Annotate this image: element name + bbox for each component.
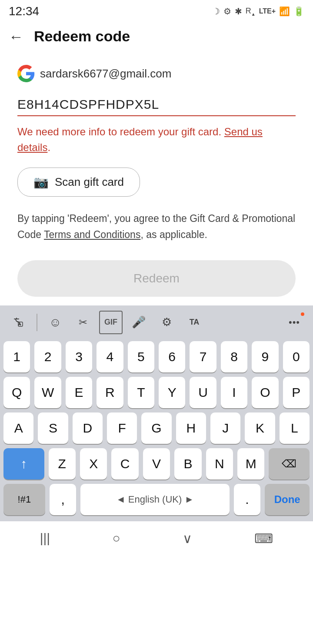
- code-input[interactable]: [17, 94, 296, 116]
- comma-key[interactable]: ,: [50, 484, 77, 515]
- key-y[interactable]: Y: [159, 377, 185, 408]
- account-email: sardarsk6677@gmail.com: [40, 67, 171, 80]
- key-a[interactable]: A: [3, 413, 33, 444]
- key-s[interactable]: S: [38, 413, 68, 444]
- key-g[interactable]: G: [141, 413, 171, 444]
- error-text: We need more info to redeem your gift ca…: [17, 126, 224, 138]
- gear-icon: ⚙: [223, 6, 231, 17]
- key-5[interactable]: 5: [128, 341, 154, 372]
- nav-home-button[interactable]: ○: [103, 527, 129, 549]
- key-q[interactable]: Q: [3, 377, 30, 408]
- account-row: sardarsk6677@gmail.com: [17, 65, 296, 82]
- signal-icon: R▲: [246, 7, 256, 17]
- key-6[interactable]: 6: [159, 341, 185, 372]
- zxcv-row: ↑ Z X C V B N M ⌫: [3, 448, 310, 480]
- scan-gift-card-button[interactable]: 📷 Scan gift card: [17, 168, 140, 197]
- google-logo: [17, 65, 35, 82]
- key-0[interactable]: 0: [283, 341, 310, 372]
- toolbar-divider: [37, 314, 37, 331]
- error-message: We need more info to redeem your gift ca…: [17, 124, 296, 155]
- special-key[interactable]: !#1: [3, 484, 45, 515]
- nav-bar: ||| ○ ∨ ⌨: [0, 521, 313, 557]
- key-n[interactable]: N: [206, 448, 233, 480]
- settings-icon[interactable]: ⚙: [155, 311, 178, 334]
- key-e[interactable]: E: [66, 377, 92, 408]
- key-z[interactable]: Z: [49, 448, 76, 480]
- spacebar-key[interactable]: ◄ English (UK) ►: [80, 484, 229, 515]
- key-m[interactable]: M: [237, 448, 264, 480]
- key-x[interactable]: X: [80, 448, 107, 480]
- key-u[interactable]: U: [190, 377, 216, 408]
- key-1[interactable]: 1: [3, 341, 30, 372]
- backspace-key[interactable]: ⌫: [269, 448, 310, 480]
- keyboard: ☺ ✂ GIF 🎤 ⚙ TA ••• 1 2 3 4 5 6 7 8 9 0 Q…: [0, 305, 313, 521]
- back-button[interactable]: ←: [9, 29, 23, 44]
- keyboard-keys: 1 2 3 4 5 6 7 8 9 0 Q W E R T Y U I O P …: [0, 339, 313, 521]
- redeem-button[interactable]: Redeem: [17, 260, 296, 297]
- status-bar: 12:34 ☽ ⚙ ✱ R▲ LTE+ 📶 🔋: [0, 0, 313, 21]
- header: ← Redeem code: [0, 21, 313, 52]
- code-input-wrapper[interactable]: [17, 94, 296, 116]
- key-3[interactable]: 3: [66, 341, 92, 372]
- more-icon[interactable]: •••: [283, 311, 306, 334]
- lte-icon: LTE+: [259, 7, 276, 15]
- key-c[interactable]: C: [111, 448, 138, 480]
- translate2-icon[interactable]: TA: [183, 311, 206, 334]
- terms-link[interactable]: Terms and Conditions: [44, 229, 140, 240]
- key-b[interactable]: B: [174, 448, 201, 480]
- moon-icon: ☽: [212, 6, 220, 17]
- asdf-row: A S D F G H J K L: [3, 413, 310, 444]
- translate-icon[interactable]: [7, 311, 30, 334]
- bottom-row: !#1 , ◄ English (UK) ► . Done: [3, 484, 310, 515]
- key-4[interactable]: 4: [97, 341, 123, 372]
- qwerty-row: Q W E R T Y U I O P: [3, 377, 310, 408]
- gif-button[interactable]: GIF: [99, 311, 123, 334]
- keyboard-toolbar: ☺ ✂ GIF 🎤 ⚙ TA •••: [0, 305, 313, 339]
- nav-recent-button[interactable]: ∨: [174, 527, 201, 550]
- key-8[interactable]: 8: [221, 341, 247, 372]
- key-o[interactable]: O: [252, 377, 278, 408]
- key-2[interactable]: 2: [34, 341, 61, 372]
- period-key[interactable]: .: [234, 484, 261, 515]
- status-time: 12:34: [9, 4, 39, 18]
- key-w[interactable]: W: [34, 377, 61, 408]
- emoji-icon[interactable]: ☺: [43, 311, 67, 334]
- key-i[interactable]: I: [221, 377, 247, 408]
- key-p[interactable]: P: [283, 377, 310, 408]
- main-content: sardarsk6677@gmail.com We need more info…: [0, 52, 313, 305]
- key-l[interactable]: L: [280, 413, 310, 444]
- shift-key[interactable]: ↑: [3, 448, 44, 480]
- key-k[interactable]: K: [245, 413, 275, 444]
- key-f[interactable]: F: [107, 413, 137, 444]
- terms-after: , as applicable.: [140, 229, 207, 240]
- key-7[interactable]: 7: [190, 341, 216, 372]
- terms-text: By tapping 'Redeem', you agree to the Gi…: [17, 211, 296, 243]
- scan-button-label: Scan gift card: [55, 175, 124, 189]
- key-v[interactable]: V: [143, 448, 170, 480]
- key-t[interactable]: T: [128, 377, 154, 408]
- sticker-icon[interactable]: ✂: [71, 311, 95, 334]
- key-d[interactable]: D: [73, 413, 103, 444]
- key-r[interactable]: R: [97, 377, 123, 408]
- mic-icon[interactable]: 🎤: [127, 311, 150, 334]
- camera-icon: 📷: [33, 175, 49, 189]
- bluetooth-icon: ✱: [235, 6, 242, 17]
- battery-icon: 🔋: [293, 6, 304, 17]
- signal2-icon: 📶: [279, 6, 290, 17]
- key-h[interactable]: H: [176, 413, 206, 444]
- error-suffix: .: [47, 141, 50, 153]
- nav-keyboard-button[interactable]: ⌨: [246, 527, 282, 550]
- status-icons: ☽ ⚙ ✱ R▲ LTE+ 📶 🔋: [212, 6, 304, 17]
- page-title: Redeem code: [34, 28, 130, 45]
- nav-back-button[interactable]: |||: [31, 527, 59, 549]
- done-key[interactable]: Done: [265, 484, 310, 515]
- key-9[interactable]: 9: [252, 341, 278, 372]
- key-j[interactable]: J: [210, 413, 240, 444]
- number-row: 1 2 3 4 5 6 7 8 9 0: [3, 341, 310, 372]
